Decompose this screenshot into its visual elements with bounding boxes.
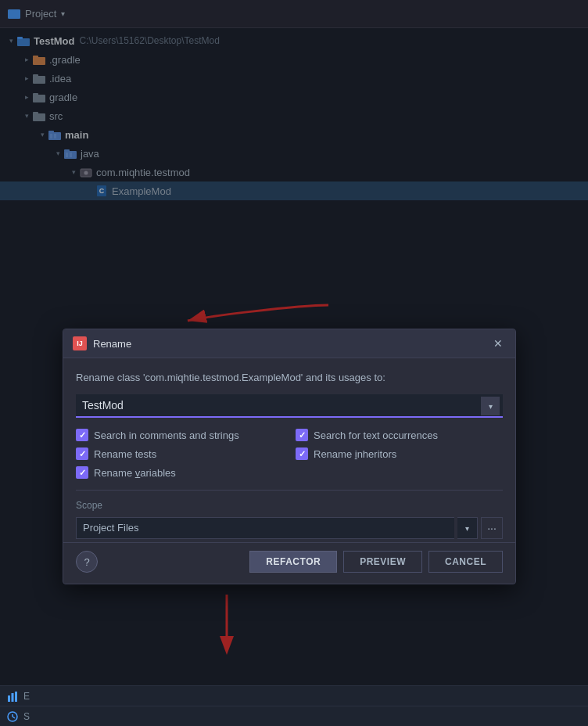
refactor-button[interactable]: REFACTOR	[249, 551, 337, 573]
cancel-button[interactable]: CANCEL	[428, 551, 503, 573]
checkbox-rename-variables-box[interactable]	[76, 466, 88, 479]
svg-rect-24	[8, 695, 10, 702]
scope-more-button[interactable]: ···	[481, 517, 503, 539]
dialog-overlay: IJ Rename ✕ Rename class 'com.miqhtie.te…	[0, 0, 588, 726]
status-item-e[interactable]: E	[0, 685, 588, 706]
checkbox-search-text-label: Search for text occurrences	[314, 429, 438, 441]
dialog-body: Rename class 'com.miqhtie.testmod.Exampl…	[63, 358, 515, 539]
svg-line-29	[13, 717, 15, 718]
checkbox-search-text-box[interactable]	[296, 429, 308, 441]
rename-input-wrapper: ▾	[76, 394, 503, 418]
checkbox-rename-inheritors-box[interactable]	[296, 447, 308, 460]
checkboxes-grid: Search in comments and strings Search fo…	[76, 429, 503, 479]
status-item-s[interactable]: S	[0, 706, 588, 726]
checkbox-search-comments[interactable]: Search in comments and strings	[76, 429, 283, 441]
checkbox-rename-inheritors-label: Rename inheritors	[314, 448, 396, 460]
checkbox-search-comments-box[interactable]	[76, 429, 88, 441]
checkbox-search-comments-label: Search in comments and strings	[94, 429, 239, 441]
dialog-close-button[interactable]: ✕	[490, 336, 506, 351]
svg-rect-26	[15, 692, 17, 702]
dialog-subtitle: Rename class 'com.miqhtie.testmod.Exampl…	[76, 371, 503, 385]
rename-dropdown-button[interactable]: ▾	[481, 397, 500, 415]
scope-row: Project Files ▾ ···	[76, 517, 503, 539]
preview-button[interactable]: PREVIEW	[343, 551, 422, 573]
checkbox-rename-tests-box[interactable]	[76, 447, 88, 460]
rename-dialog: IJ Rename ✕ Rename class 'com.miqhtie.te…	[63, 329, 516, 584]
dialog-title: Rename	[93, 338, 490, 350]
checkbox-rename-inheritors[interactable]: Rename inheritors	[296, 447, 503, 460]
scope-select-display: Project Files	[76, 517, 454, 539]
status-label-e: E	[23, 691, 30, 702]
checkbox-rename-tests-label: Rename tests	[94, 448, 156, 460]
checkbox-rename-tests[interactable]: Rename tests	[76, 447, 283, 460]
checkbox-rename-variables-label: Rename variables	[94, 467, 176, 479]
scope-section: Scope Project Files ▾ ···	[76, 490, 503, 539]
bar-chart-icon	[6, 690, 19, 703]
scope-label: Scope	[76, 500, 503, 511]
scope-dropdown-button[interactable]: ▾	[457, 517, 478, 539]
status-label-s: S	[23, 711, 30, 722]
checkbox-rename-variables[interactable]: Rename variables	[76, 466, 283, 479]
clock-icon	[6, 710, 19, 723]
rename-input[interactable]	[76, 394, 503, 418]
svg-rect-25	[12, 693, 14, 702]
status-bottom: E S	[0, 685, 588, 726]
dialog-footer: ? REFACTOR PREVIEW CANCEL	[63, 542, 515, 584]
checkbox-search-text[interactable]: Search for text occurrences	[296, 429, 503, 441]
dialog-title-bar: IJ Rename ✕	[63, 329, 515, 358]
dialog-app-icon: IJ	[73, 336, 87, 350]
help-button[interactable]: ?	[76, 551, 98, 573]
